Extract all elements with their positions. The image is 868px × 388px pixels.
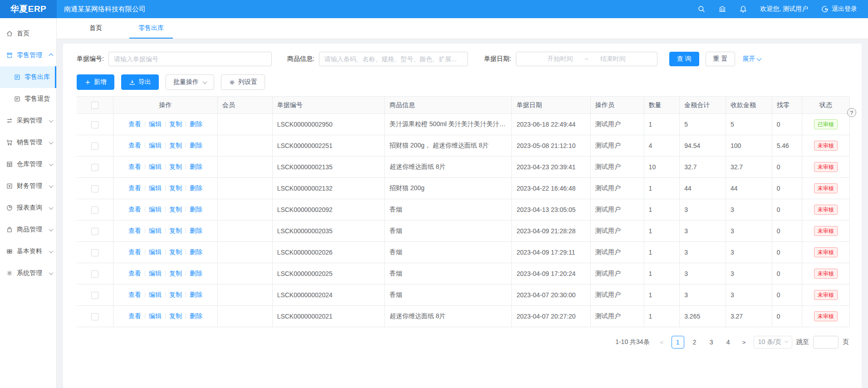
row-checkbox[interactable] <box>91 249 98 256</box>
copy-link[interactable]: 复制 <box>169 184 182 192</box>
column-settings-button[interactable]: 列设置 <box>221 74 265 90</box>
sidebar-item-reports[interactable]: 报表查询 <box>0 197 56 219</box>
view-link[interactable]: 查看 <box>128 163 141 170</box>
edit-link[interactable]: 编辑 <box>149 227 162 234</box>
view-link[interactable]: 查看 <box>128 206 141 213</box>
tab-home[interactable]: 首页 <box>80 18 111 39</box>
received-cell: 3 <box>726 263 772 285</box>
copy-link[interactable]: 复制 <box>169 142 182 149</box>
copy-link[interactable]: 复制 <box>169 312 182 319</box>
bank-icon[interactable] <box>718 5 726 13</box>
sidebar-item-system[interactable]: 系统管理 <box>0 262 56 284</box>
edit-link[interactable]: 编辑 <box>149 120 162 128</box>
sidebar-item-warehouse[interactable]: 仓库管理 <box>0 153 56 175</box>
copy-link[interactable]: 复制 <box>169 291 182 298</box>
sidebar-item-retail[interactable]: 零售管理 <box>0 44 56 66</box>
search-icon[interactable] <box>697 5 706 13</box>
row-checkbox[interactable] <box>91 313 98 320</box>
copy-link[interactable]: 复制 <box>169 270 182 277</box>
page-button-1[interactable]: 1 <box>672 336 684 349</box>
view-link[interactable]: 查看 <box>128 270 141 277</box>
prev-page-button[interactable]: < <box>657 339 667 346</box>
tab-retail-out[interactable]: 零售出库 <box>129 18 173 39</box>
search-button[interactable]: 查 询 <box>669 52 699 66</box>
copy-link[interactable]: 复制 <box>169 120 182 128</box>
delete-link[interactable]: 删除 <box>190 163 202 170</box>
edit-link[interactable]: 编辑 <box>149 206 162 213</box>
bill-no-cell: LSCK00000002135 <box>272 157 385 178</box>
delete-link[interactable]: 删除 <box>190 248 202 255</box>
delete-link[interactable]: 删除 <box>190 291 202 298</box>
sidebar-item-basic-data[interactable]: 基本资料 <box>0 241 56 262</box>
copy-link[interactable]: 复制 <box>169 206 182 213</box>
view-link[interactable]: 查看 <box>128 312 141 319</box>
copy-link[interactable]: 复制 <box>169 163 182 170</box>
view-link[interactable]: 查看 <box>128 248 141 255</box>
row-checkbox[interactable] <box>91 121 98 128</box>
table-row: 查看编辑复制删除 LSCK00000002092 香烟 2023-04-13 2… <box>77 199 850 221</box>
row-checkbox[interactable] <box>91 164 98 171</box>
edit-link[interactable]: 编辑 <box>149 312 162 319</box>
row-checkbox[interactable] <box>91 270 98 278</box>
row-checkbox[interactable] <box>91 185 98 192</box>
page-button-3[interactable]: 3 <box>705 336 718 349</box>
table-row: 查看编辑复制删除 LSCK00000002024 香烟 2023-04-07 2… <box>77 285 850 306</box>
sidebar-item-purchase[interactable]: 采购管理 <box>0 110 56 132</box>
help-icon[interactable]: ? <box>847 108 856 117</box>
welcome-text: 欢迎您, 测试用户 <box>760 5 808 13</box>
sidebar-item-retail-return[interactable]: 零售退货 <box>0 88 56 110</box>
view-link[interactable]: 查看 <box>128 227 141 234</box>
next-page-button[interactable]: > <box>739 339 750 346</box>
page-button-2[interactable]: 2 <box>688 336 701 349</box>
select-all-checkbox[interactable] <box>91 102 98 109</box>
copy-link[interactable]: 复制 <box>169 227 182 234</box>
sidebar-item-home[interactable]: 首页 <box>0 23 56 44</box>
delete-link[interactable]: 删除 <box>190 206 202 213</box>
edit-link[interactable]: 编辑 <box>149 184 162 192</box>
divider <box>165 292 166 297</box>
sidebar-item-retail-out[interactable]: 零售出库 <box>0 66 56 88</box>
view-link[interactable]: 查看 <box>128 120 141 128</box>
edit-link[interactable]: 编辑 <box>149 270 162 277</box>
date-range-input[interactable]: 开始时间 ~ 结束时间 <box>516 52 657 66</box>
bell-icon[interactable] <box>739 5 747 13</box>
col-product: 商品信息 <box>385 97 512 114</box>
row-checkbox[interactable] <box>91 142 98 150</box>
edit-link[interactable]: 编辑 <box>149 163 162 170</box>
delete-link[interactable]: 删除 <box>190 142 202 149</box>
view-link[interactable]: 查看 <box>128 291 141 298</box>
delete-link[interactable]: 删除 <box>190 120 202 128</box>
product-info-input[interactable] <box>319 52 468 66</box>
edit-link[interactable]: 编辑 <box>149 291 162 298</box>
divider <box>165 206 166 212</box>
expand-link[interactable]: 展开 <box>742 55 761 63</box>
sidebar: 首页 零售管理 零售出库 零售退货 采购管理 销售管理 <box>0 18 57 388</box>
edit-link[interactable]: 编辑 <box>149 142 162 149</box>
delete-link[interactable]: 删除 <box>190 312 202 319</box>
reset-button[interactable]: 重 置 <box>706 52 736 66</box>
page-size-select[interactable]: 10 条/页 <box>754 336 792 349</box>
view-link[interactable]: 查看 <box>128 142 141 149</box>
add-button[interactable]: 新增 <box>77 74 114 90</box>
row-checkbox[interactable] <box>91 206 98 214</box>
edit-link[interactable]: 编辑 <box>149 248 162 255</box>
export-button[interactable]: 导出 <box>121 74 159 90</box>
row-checkbox[interactable] <box>91 292 98 299</box>
sidebar-item-goods[interactable]: 商品管理 <box>0 219 56 241</box>
copy-link[interactable]: 复制 <box>169 248 182 255</box>
delete-link[interactable]: 删除 <box>190 227 202 234</box>
sidebar-item-finance[interactable]: 财务管理 <box>0 175 56 197</box>
table-row: 查看编辑复制删除 LSCK00000002026 香烟 2023-04-09 1… <box>77 242 850 263</box>
logout-button[interactable]: 退出登录 <box>821 5 857 13</box>
bill-no-input[interactable] <box>108 52 272 66</box>
sidebar-item-sales[interactable]: 销售管理 <box>0 132 56 153</box>
jump-page-input[interactable] <box>813 336 839 349</box>
page-button-4[interactable]: 4 <box>722 336 735 349</box>
view-link[interactable]: 查看 <box>128 184 141 192</box>
batch-operations-button[interactable]: 批量操作 <box>166 74 214 90</box>
operator-cell: 测试用户 <box>590 221 644 242</box>
delete-link[interactable]: 删除 <box>190 270 202 277</box>
qty-cell: 1 <box>644 306 680 327</box>
delete-link[interactable]: 删除 <box>190 184 202 192</box>
row-checkbox[interactable] <box>91 228 98 235</box>
